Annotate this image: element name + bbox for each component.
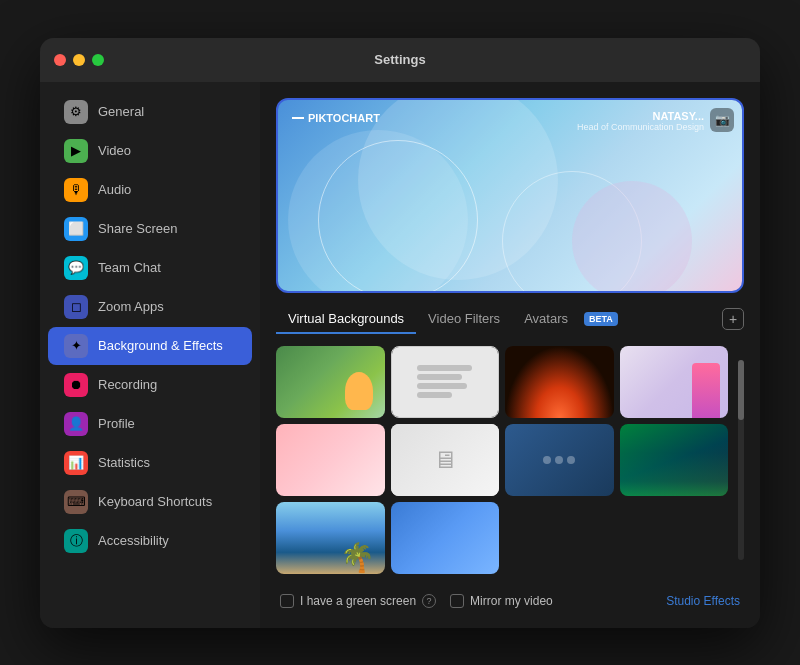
sidebar-label-zoom-apps: Zoom Apps bbox=[98, 299, 164, 314]
sidebar-label-team-chat: Team Chat bbox=[98, 260, 161, 275]
zoom-apps-icon: ◻ bbox=[64, 295, 88, 319]
dot-1 bbox=[543, 456, 551, 464]
blur-dots bbox=[543, 456, 575, 464]
office-bg: 🖥 bbox=[391, 424, 500, 496]
room-figure bbox=[692, 363, 720, 418]
blur-line-4 bbox=[417, 392, 452, 398]
sidebar-label-audio: Audio bbox=[98, 182, 131, 197]
tabs-row: Virtual Backgrounds Video Filters Avatar… bbox=[276, 305, 744, 334]
blur-line-1 bbox=[417, 365, 472, 371]
thumbnail-grass[interactable] bbox=[276, 346, 385, 418]
maximize-button[interactable] bbox=[92, 54, 104, 66]
thumbnail-fireplace[interactable] bbox=[505, 346, 614, 418]
preview-role-text: Head of Communication Design bbox=[577, 122, 704, 132]
desk-icon: 🖥 bbox=[433, 446, 457, 474]
bottom-bar: I have a green screen ? Mirror my video … bbox=[276, 586, 744, 612]
sidebar-label-background-effects: Background & Effects bbox=[98, 338, 223, 353]
sidebar-label-share-screen: Share Screen bbox=[98, 221, 178, 236]
studio-effects-link[interactable]: Studio Effects bbox=[666, 594, 740, 608]
team-chat-icon: 💬 bbox=[64, 256, 88, 280]
bg-panel-content: PIKTOCHART NATASY... Head of Communicati… bbox=[260, 82, 760, 628]
blur-lines bbox=[407, 355, 482, 408]
keyboard-icon: ⌨ bbox=[64, 490, 88, 514]
thumbnail-beach[interactable]: 🌴 bbox=[276, 502, 385, 574]
settings-window: Settings ⚙ General ▶ Video 🎙 Audio ⬜ Sha… bbox=[40, 38, 760, 628]
sidebar-item-recording[interactable]: ⏺ Recording bbox=[48, 366, 252, 404]
mirror-video-checkbox-item[interactable]: Mirror my video bbox=[450, 594, 553, 608]
dot-2 bbox=[555, 456, 563, 464]
title-bar: Settings bbox=[40, 38, 760, 82]
sidebar-item-statistics[interactable]: 📊 Statistics bbox=[48, 444, 252, 482]
palm-tree-icon: 🌴 bbox=[340, 541, 375, 574]
sidebar-label-keyboard-shortcuts: Keyboard Shortcuts bbox=[98, 494, 212, 509]
thumbnail-office[interactable]: 🖥 bbox=[391, 424, 500, 496]
preview-name-text: NATASY... bbox=[577, 110, 704, 122]
cartoon-figure bbox=[345, 372, 373, 410]
profile-icon: 👤 bbox=[64, 412, 88, 436]
sidebar-label-accessibility: Accessibility bbox=[98, 533, 169, 548]
thumbnail-pink[interactable] bbox=[276, 424, 385, 496]
sidebar-item-zoom-apps[interactable]: ◻ Zoom Apps bbox=[48, 288, 252, 326]
thumbnail-dark-blur[interactable] bbox=[505, 424, 614, 496]
scrollbar-thumb bbox=[738, 360, 744, 420]
traffic-lights bbox=[54, 54, 104, 66]
thumbnail-purple-room[interactable] bbox=[620, 346, 729, 418]
thumbnail-blur[interactable] bbox=[391, 346, 500, 418]
sidebar-item-background-effects[interactable]: ✦ Background & Effects bbox=[48, 327, 252, 365]
camera-icon[interactable]: 📷 bbox=[710, 108, 734, 132]
tab-virtual-backgrounds[interactable]: Virtual Backgrounds bbox=[276, 305, 416, 334]
close-button[interactable] bbox=[54, 54, 66, 66]
minimize-button[interactable] bbox=[73, 54, 85, 66]
beta-badge: BETA bbox=[584, 312, 618, 326]
audio-icon: 🎙 bbox=[64, 178, 88, 202]
circle-5 bbox=[572, 181, 692, 293]
fireplace-bg bbox=[505, 346, 614, 418]
mirror-video-checkbox[interactable] bbox=[450, 594, 464, 608]
video-icon: ▶ bbox=[64, 139, 88, 163]
sidebar-label-recording: Recording bbox=[98, 377, 157, 392]
thumbnail-blue-gradient[interactable] bbox=[391, 502, 500, 574]
green-screen-label: I have a green screen bbox=[300, 594, 416, 608]
background-effects-panel: PIKTOCHART NATASY... Head of Communicati… bbox=[260, 82, 760, 628]
main-content-area: ⚙ General ▶ Video 🎙 Audio ⬜ Share Screen… bbox=[40, 82, 760, 628]
aurora-bg bbox=[620, 424, 729, 496]
recording-icon: ⏺ bbox=[64, 373, 88, 397]
sidebar-item-accessibility[interactable]: ⓘ Accessibility bbox=[48, 522, 252, 560]
tab-video-filters[interactable]: Video Filters bbox=[416, 305, 512, 334]
blur-background bbox=[392, 347, 499, 417]
sidebar-item-team-chat[interactable]: 💬 Team Chat bbox=[48, 249, 252, 287]
circle-3 bbox=[318, 140, 478, 293]
sidebar-item-video[interactable]: ▶ Video bbox=[48, 132, 252, 170]
help-icon[interactable]: ? bbox=[422, 594, 436, 608]
sidebar-item-profile[interactable]: 👤 Profile bbox=[48, 405, 252, 443]
video-preview: PIKTOCHART NATASY... Head of Communicati… bbox=[276, 98, 744, 293]
sidebar-label-profile: Profile bbox=[98, 416, 135, 431]
background-effects-icon: ✦ bbox=[64, 334, 88, 358]
statistics-icon: 📊 bbox=[64, 451, 88, 475]
thumbnails-scrollbar[interactable] bbox=[738, 360, 744, 560]
accessibility-icon: ⓘ bbox=[64, 529, 88, 553]
sidebar-item-general[interactable]: ⚙ General bbox=[48, 93, 252, 131]
dot-3 bbox=[567, 456, 575, 464]
mirror-video-label: Mirror my video bbox=[470, 594, 553, 608]
sidebar-label-statistics: Statistics bbox=[98, 455, 150, 470]
share-screen-icon: ⬜ bbox=[64, 217, 88, 241]
general-icon: ⚙ bbox=[64, 100, 88, 124]
green-screen-checkbox-item[interactable]: I have a green screen ? bbox=[280, 594, 436, 608]
sidebar-label-video: Video bbox=[98, 143, 131, 158]
sidebar-item-keyboard-shortcuts[interactable]: ⌨ Keyboard Shortcuts bbox=[48, 483, 252, 521]
preview-logo: PIKTOCHART bbox=[292, 112, 380, 124]
thumbnail-aurora[interactable] bbox=[620, 424, 729, 496]
sidebar-item-audio[interactable]: 🎙 Audio bbox=[48, 171, 252, 209]
sidebar-label-general: General bbox=[98, 104, 144, 119]
blur-line-2 bbox=[417, 374, 462, 380]
sidebar: ⚙ General ▶ Video 🎙 Audio ⬜ Share Screen… bbox=[40, 82, 260, 628]
preview-user-info: NATASY... Head of Communication Design bbox=[577, 110, 704, 132]
logo-text: PIKTOCHART bbox=[308, 112, 380, 124]
add-background-button[interactable]: + bbox=[722, 308, 744, 330]
window-title: Settings bbox=[374, 52, 425, 67]
sidebar-item-share-screen[interactable]: ⬜ Share Screen bbox=[48, 210, 252, 248]
tab-avatars[interactable]: Avatars bbox=[512, 305, 580, 334]
green-screen-checkbox[interactable] bbox=[280, 594, 294, 608]
thumbnails-grid: 🖥 bbox=[276, 346, 728, 574]
